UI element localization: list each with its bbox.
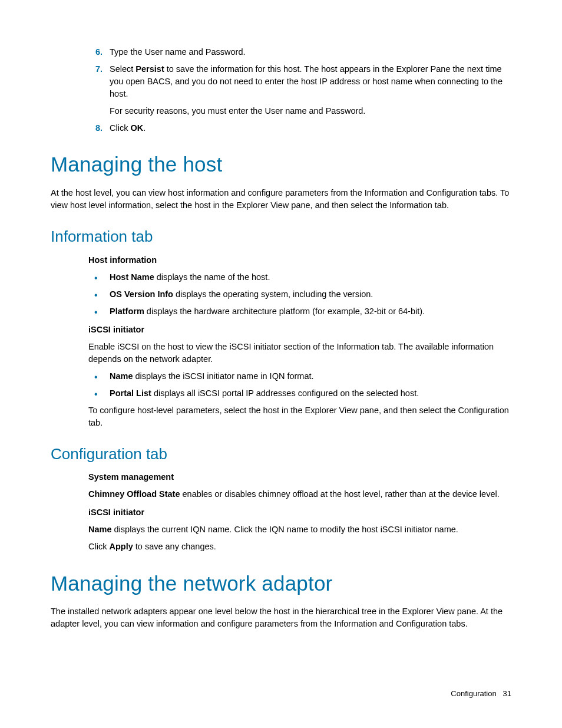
adaptor-intro-paragraph: The installed network adapters appear on…	[51, 605, 511, 630]
host-info-bullets: Host Name displays the name of the host.…	[88, 271, 511, 318]
page-footer: Configuration 31	[451, 689, 511, 700]
information-section: Host information Host Name displays the …	[88, 254, 511, 429]
iscsi-bullets: Name displays the iSCSI initiator name i…	[88, 370, 511, 400]
heading-managing-host: Managing the host	[51, 150, 511, 180]
iscsi-intro-paragraph: Enable iSCSI on the host to view the iSC…	[88, 341, 511, 365]
subhead-iscsi-initiator-config: iSCSI initiator	[88, 506, 511, 519]
footer-page-number: 31	[503, 689, 511, 698]
step-text: Select Persist to save the information f…	[110, 64, 503, 98]
step-text: Type the User name and Password.	[110, 47, 246, 57]
step-text: Click OK.	[110, 123, 146, 133]
bullet-platform: Platform displays the hardware architect…	[88, 305, 511, 318]
page: 6. Type the User name and Password. 7. S…	[0, 0, 562, 728]
subhead-host-information: Host information	[88, 254, 511, 266]
config-pointer-paragraph: To configure host-level parameters, sele…	[88, 404, 511, 429]
chimney-paragraph: Chimney Offload State enables or disable…	[88, 488, 511, 500]
step-number: 8.	[88, 122, 103, 134]
step-number: 6.	[88, 46, 103, 58]
step-extra-text: For security reasons, you must enter the…	[110, 105, 511, 117]
heading-information-tab: Information tab	[51, 226, 511, 248]
footer-section: Configuration	[451, 689, 496, 698]
bullet-os-version: OS Version Info displays the operating s…	[88, 288, 511, 301]
step-8: 8. Click OK.	[88, 122, 511, 134]
host-intro-paragraph: At the host level, you can view host inf…	[51, 187, 511, 212]
step-7: 7. Select Persist to save the informatio…	[88, 63, 511, 117]
step-6: 6. Type the User name and Password.	[88, 46, 511, 58]
configuration-section: System management Chimney Offload State …	[88, 471, 511, 553]
bullet-iscsi-name: Name displays the iSCSI initiator name i…	[88, 370, 511, 383]
bullet-portal-list: Portal List displays all iSCSI portal IP…	[88, 387, 511, 400]
subhead-system-management: System management	[88, 471, 511, 483]
heading-managing-adaptor: Managing the network adaptor	[51, 569, 511, 599]
iqn-name-paragraph: Name displays the current IQN name. Clic…	[88, 523, 511, 536]
heading-configuration-tab: Configuration tab	[51, 443, 511, 466]
apply-paragraph: Click Apply to save any changes.	[88, 541, 511, 553]
step-number: 7.	[88, 63, 103, 75]
subhead-iscsi-initiator: iSCSI initiator	[88, 324, 511, 336]
bullet-host-name: Host Name displays the name of the host.	[88, 271, 511, 284]
step-list: 6. Type the User name and Password. 7. S…	[51, 46, 511, 134]
